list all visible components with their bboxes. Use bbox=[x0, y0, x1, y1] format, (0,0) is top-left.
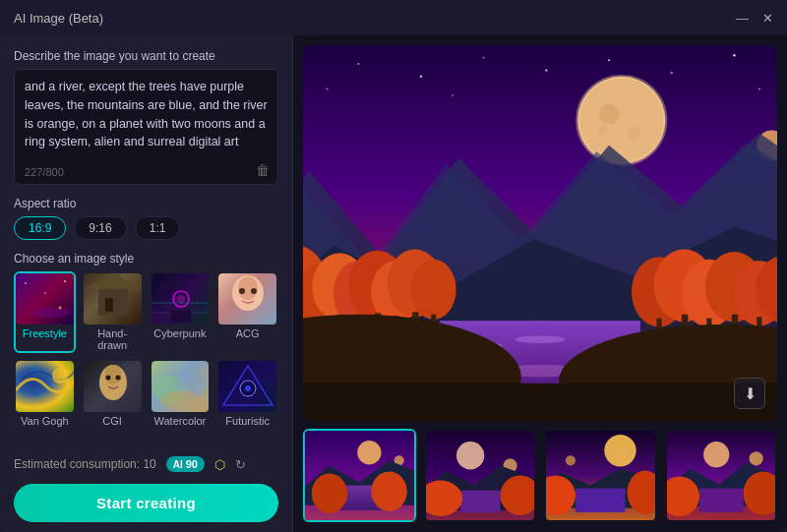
thumbnail-3[interactable] bbox=[544, 429, 657, 522]
style-label: Choose an image style bbox=[14, 252, 278, 266]
ai-badge: AI 90 bbox=[166, 456, 205, 472]
svg-point-107 bbox=[455, 442, 483, 469]
start-creating-button[interactable]: Start creating bbox=[14, 484, 278, 522]
svg-point-44 bbox=[758, 89, 760, 90]
right-panel: ⬇ bbox=[293, 35, 787, 532]
svg-point-121 bbox=[703, 442, 729, 467]
download-button[interactable]: ⬇ bbox=[734, 378, 765, 409]
svg-point-42 bbox=[452, 94, 454, 96]
ai-icon: AI bbox=[173, 459, 183, 470]
svg-point-71 bbox=[411, 260, 456, 320]
svg-point-2 bbox=[64, 280, 66, 282]
close-button[interactable]: ✕ bbox=[762, 11, 773, 26]
svg-point-34 bbox=[420, 76, 423, 79]
svg-rect-123 bbox=[699, 489, 743, 512]
app-title: AI Image (Beta) bbox=[14, 11, 103, 26]
download-icon: ⬇ bbox=[744, 384, 757, 403]
svg-rect-110 bbox=[460, 491, 500, 512]
style-watercolor[interactable]: Watercolor bbox=[150, 359, 212, 429]
style-thumb-vangogh bbox=[16, 361, 74, 412]
aspect-9-16[interactable]: 9:16 bbox=[74, 216, 126, 240]
style-acg[interactable]: ACG bbox=[216, 271, 278, 353]
coin-icon: ⬡ bbox=[214, 457, 225, 472]
style-vangogh[interactable]: Van Gogh bbox=[14, 359, 76, 429]
prompt-section: Describe the image you want to create an… bbox=[14, 49, 278, 185]
aspect-section: Aspect ratio 16:9 9:16 1:1 bbox=[14, 197, 278, 240]
svg-point-23 bbox=[115, 376, 120, 381]
bottom-bar: Estimated consumption: 10 AI 90 ⬡ ↻ bbox=[14, 456, 278, 472]
consumption-label: Estimated consumption: 10 bbox=[14, 457, 156, 471]
svg-point-100 bbox=[357, 441, 381, 464]
svg-point-119 bbox=[566, 455, 575, 465]
prompt-label: Describe the image you want to create bbox=[14, 49, 278, 63]
svg-point-104 bbox=[312, 473, 347, 512]
minimize-button[interactable]: — bbox=[736, 11, 749, 26]
thumbnail-1[interactable] bbox=[303, 429, 416, 522]
aspect-1-1[interactable]: 1:1 bbox=[135, 216, 181, 240]
style-thumb-watercolor bbox=[151, 361, 210, 412]
svg-point-13 bbox=[177, 295, 185, 303]
style-section: Choose an image style Freestyle bbox=[14, 252, 278, 429]
style-cgi[interactable]: CGI bbox=[82, 359, 144, 429]
thumbnail-4[interactable] bbox=[665, 429, 778, 522]
style-grid: Freestyle Hand-drawn bbox=[14, 271, 278, 429]
svg-point-0 bbox=[25, 282, 27, 284]
style-thumb-acg bbox=[218, 273, 276, 325]
svg-point-1 bbox=[44, 292, 46, 294]
prompt-textarea[interactable]: and a river, except the trees have purpl… bbox=[25, 78, 268, 156]
style-label-handdrawn: Hand-drawn bbox=[84, 327, 142, 351]
style-label-cgi: CGI bbox=[102, 415, 122, 427]
svg-point-29 bbox=[245, 385, 251, 391]
style-handdrawn[interactable]: Hand-drawn bbox=[82, 271, 144, 353]
svg-point-114 bbox=[604, 435, 636, 466]
style-thumb-handdrawn bbox=[84, 273, 142, 325]
thumbnail-2[interactable] bbox=[424, 429, 537, 522]
refresh-icon[interactable]: ↻ bbox=[235, 457, 246, 472]
svg-point-4 bbox=[30, 308, 70, 318]
svg-marker-9 bbox=[84, 273, 142, 289]
aspect-label: Aspect ratio bbox=[14, 197, 278, 210]
style-thumb-futuristic bbox=[218, 361, 276, 412]
style-label-acg: ACG bbox=[236, 327, 260, 339]
svg-point-41 bbox=[327, 89, 329, 90]
svg-point-22 bbox=[105, 376, 110, 381]
svg-point-126 bbox=[749, 451, 762, 465]
style-label-futuristic: Futuristic bbox=[225, 415, 270, 427]
aspect-16-9[interactable]: 16:9 bbox=[14, 216, 66, 240]
svg-point-18 bbox=[251, 288, 257, 294]
style-thumb-cyberpunk bbox=[151, 273, 210, 325]
style-freestyle[interactable]: Freestyle bbox=[14, 271, 76, 353]
style-label-freestyle: Freestyle bbox=[23, 327, 67, 339]
window-controls: — ✕ bbox=[736, 11, 773, 26]
char-count: 227/800 bbox=[25, 166, 64, 178]
svg-point-21 bbox=[104, 365, 122, 384]
svg-point-37 bbox=[608, 59, 610, 61]
svg-point-60 bbox=[515, 335, 566, 343]
svg-point-50 bbox=[598, 125, 608, 135]
svg-point-36 bbox=[545, 69, 548, 72]
main-image-area: ⬇ bbox=[303, 45, 777, 421]
svg-point-38 bbox=[670, 72, 673, 75]
svg-point-17 bbox=[239, 288, 245, 294]
svg-point-16 bbox=[238, 276, 258, 300]
credits-value: 90 bbox=[186, 458, 198, 470]
svg-rect-98 bbox=[303, 384, 777, 421]
style-cyberpunk[interactable]: Cyberpunk bbox=[150, 271, 212, 353]
clear-button[interactable]: 🗑 bbox=[256, 162, 270, 178]
svg-point-26 bbox=[161, 390, 201, 410]
style-label-vangogh: Van Gogh bbox=[21, 415, 69, 427]
thumbnails-row bbox=[303, 429, 777, 522]
style-futuristic[interactable]: Futuristic bbox=[216, 359, 278, 429]
svg-point-105 bbox=[371, 471, 406, 510]
svg-point-35 bbox=[483, 57, 485, 59]
svg-point-33 bbox=[357, 63, 359, 65]
aspect-row: 16:9 9:16 1:1 bbox=[14, 216, 278, 240]
svg-rect-8 bbox=[105, 298, 113, 312]
svg-point-48 bbox=[599, 104, 619, 124]
prompt-wrapper: and a river, except the trees have purpl… bbox=[14, 69, 278, 185]
left-panel: Describe the image you want to create an… bbox=[0, 35, 293, 532]
titlebar: AI Image (Beta) — ✕ bbox=[0, 0, 787, 35]
svg-point-49 bbox=[628, 127, 640, 140]
style-thumb-cgi bbox=[84, 361, 142, 412]
svg-point-39 bbox=[733, 54, 736, 57]
